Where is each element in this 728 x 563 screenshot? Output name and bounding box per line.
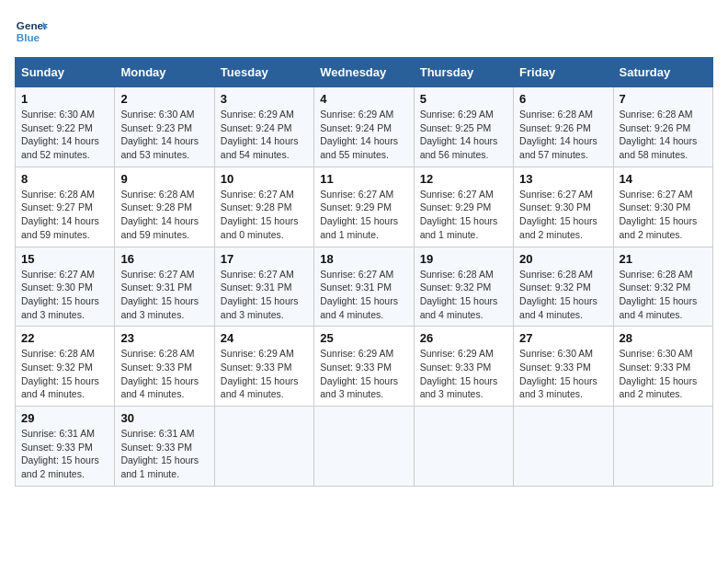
day-info: Sunrise: 6:28 AMSunset: 9:32 PMDaylight:… bbox=[519, 268, 607, 322]
table-row bbox=[414, 407, 513, 487]
day-number: 24 bbox=[221, 331, 308, 345]
table-row bbox=[514, 407, 613, 487]
day-number: 23 bbox=[120, 331, 208, 345]
table-row: 27Sunrise: 6:30 AMSunset: 9:33 PMDayligh… bbox=[514, 327, 613, 407]
day-number: 9 bbox=[120, 172, 208, 186]
table-row: 23Sunrise: 6:28 AMSunset: 9:33 PMDayligh… bbox=[115, 327, 214, 407]
day-info: Sunrise: 6:29 AMSunset: 9:33 PMDaylight:… bbox=[320, 347, 407, 401]
table-row: 13Sunrise: 6:27 AMSunset: 9:30 PMDayligh… bbox=[514, 167, 613, 247]
table-row: 16Sunrise: 6:27 AMSunset: 9:31 PMDayligh… bbox=[115, 247, 214, 327]
table-row: 3Sunrise: 6:29 AMSunset: 9:24 PMDaylight… bbox=[214, 87, 313, 167]
table-row: 4Sunrise: 6:29 AMSunset: 9:24 PMDaylight… bbox=[314, 87, 414, 167]
day-number: 15 bbox=[21, 252, 108, 266]
day-info: Sunrise: 6:28 AMSunset: 9:26 PMDaylight:… bbox=[620, 108, 707, 162]
table-row: 6Sunrise: 6:28 AMSunset: 9:26 PMDaylight… bbox=[514, 87, 613, 167]
calendar-table: SundayMondayTuesdayWednesdayThursdayFrid… bbox=[15, 57, 713, 487]
table-row bbox=[314, 407, 414, 487]
day-number: 21 bbox=[620, 252, 707, 266]
day-number: 17 bbox=[221, 252, 308, 266]
day-info: Sunrise: 6:29 AMSunset: 9:25 PMDaylight:… bbox=[420, 108, 507, 162]
table-row: 8Sunrise: 6:28 AMSunset: 9:27 PMDaylight… bbox=[16, 167, 115, 247]
day-info: Sunrise: 6:28 AMSunset: 9:32 PMDaylight:… bbox=[21, 347, 108, 401]
day-info: Sunrise: 6:27 AMSunset: 9:31 PMDaylight:… bbox=[120, 268, 208, 322]
table-row: 15Sunrise: 6:27 AMSunset: 9:30 PMDayligh… bbox=[16, 247, 115, 327]
day-info: Sunrise: 6:30 AMSunset: 9:33 PMDaylight:… bbox=[620, 347, 707, 401]
day-info: Sunrise: 6:27 AMSunset: 9:29 PMDaylight:… bbox=[320, 188, 407, 242]
day-number: 22 bbox=[21, 331, 108, 345]
day-number: 28 bbox=[620, 331, 707, 345]
day-info: Sunrise: 6:27 AMSunset: 9:30 PMDaylight:… bbox=[21, 268, 108, 322]
col-header-sunday: Sunday bbox=[16, 58, 115, 87]
table-row: 9Sunrise: 6:28 AMSunset: 9:28 PMDaylight… bbox=[115, 167, 214, 247]
header: General Blue bbox=[15, 15, 713, 48]
day-number: 14 bbox=[620, 172, 707, 186]
day-info: Sunrise: 6:28 AMSunset: 9:26 PMDaylight:… bbox=[519, 108, 607, 162]
day-number: 20 bbox=[519, 252, 607, 266]
table-row: 21Sunrise: 6:28 AMSunset: 9:32 PMDayligh… bbox=[613, 247, 712, 327]
table-row: 20Sunrise: 6:28 AMSunset: 9:32 PMDayligh… bbox=[514, 247, 613, 327]
col-header-wednesday: Wednesday bbox=[314, 58, 414, 87]
svg-text:Blue: Blue bbox=[17, 31, 40, 43]
day-number: 6 bbox=[519, 92, 607, 106]
col-header-monday: Monday bbox=[115, 58, 214, 87]
table-row: 29Sunrise: 6:31 AMSunset: 9:33 PMDayligh… bbox=[16, 407, 115, 487]
day-info: Sunrise: 6:28 AMSunset: 9:32 PMDaylight:… bbox=[620, 268, 707, 322]
day-info: Sunrise: 6:31 AMSunset: 9:33 PMDaylight:… bbox=[21, 427, 108, 481]
day-info: Sunrise: 6:27 AMSunset: 9:30 PMDaylight:… bbox=[519, 188, 607, 242]
table-row bbox=[613, 407, 712, 487]
col-header-friday: Friday bbox=[514, 58, 613, 87]
table-row: 14Sunrise: 6:27 AMSunset: 9:30 PMDayligh… bbox=[613, 167, 712, 247]
table-row: 1Sunrise: 6:30 AMSunset: 9:22 PMDaylight… bbox=[16, 87, 115, 167]
day-info: Sunrise: 6:28 AMSunset: 9:33 PMDaylight:… bbox=[120, 347, 208, 401]
col-header-saturday: Saturday bbox=[613, 58, 712, 87]
logo: General Blue bbox=[15, 15, 48, 48]
day-number: 16 bbox=[120, 252, 208, 266]
table-row: 17Sunrise: 6:27 AMSunset: 9:31 PMDayligh… bbox=[214, 247, 313, 327]
table-row: 24Sunrise: 6:29 AMSunset: 9:33 PMDayligh… bbox=[214, 327, 313, 407]
col-header-tuesday: Tuesday bbox=[214, 58, 313, 87]
day-number: 11 bbox=[320, 172, 407, 186]
table-row: 26Sunrise: 6:29 AMSunset: 9:33 PMDayligh… bbox=[414, 327, 513, 407]
day-info: Sunrise: 6:27 AMSunset: 9:31 PMDaylight:… bbox=[320, 268, 407, 322]
table-row bbox=[214, 407, 313, 487]
day-number: 19 bbox=[420, 252, 507, 266]
table-row: 7Sunrise: 6:28 AMSunset: 9:26 PMDaylight… bbox=[613, 87, 712, 167]
day-info: Sunrise: 6:30 AMSunset: 9:33 PMDaylight:… bbox=[519, 347, 607, 401]
day-info: Sunrise: 6:29 AMSunset: 9:24 PMDaylight:… bbox=[221, 108, 308, 162]
day-number: 7 bbox=[620, 92, 707, 106]
table-row: 19Sunrise: 6:28 AMSunset: 9:32 PMDayligh… bbox=[414, 247, 513, 327]
table-row: 11Sunrise: 6:27 AMSunset: 9:29 PMDayligh… bbox=[314, 167, 414, 247]
day-number: 2 bbox=[120, 92, 208, 106]
day-number: 5 bbox=[420, 92, 507, 106]
table-row: 25Sunrise: 6:29 AMSunset: 9:33 PMDayligh… bbox=[314, 327, 414, 407]
table-row: 28Sunrise: 6:30 AMSunset: 9:33 PMDayligh… bbox=[613, 327, 712, 407]
day-info: Sunrise: 6:29 AMSunset: 9:33 PMDaylight:… bbox=[221, 347, 308, 401]
day-info: Sunrise: 6:27 AMSunset: 9:28 PMDaylight:… bbox=[221, 188, 308, 242]
day-number: 10 bbox=[221, 172, 308, 186]
table-row: 12Sunrise: 6:27 AMSunset: 9:29 PMDayligh… bbox=[414, 167, 513, 247]
day-info: Sunrise: 6:30 AMSunset: 9:22 PMDaylight:… bbox=[21, 108, 108, 162]
day-number: 26 bbox=[420, 331, 507, 345]
day-number: 25 bbox=[320, 331, 407, 345]
day-number: 3 bbox=[221, 92, 308, 106]
table-row: 18Sunrise: 6:27 AMSunset: 9:31 PMDayligh… bbox=[314, 247, 414, 327]
table-row: 5Sunrise: 6:29 AMSunset: 9:25 PMDaylight… bbox=[414, 87, 513, 167]
col-header-thursday: Thursday bbox=[414, 58, 513, 87]
day-info: Sunrise: 6:29 AMSunset: 9:24 PMDaylight:… bbox=[320, 108, 407, 162]
day-info: Sunrise: 6:30 AMSunset: 9:23 PMDaylight:… bbox=[120, 108, 208, 162]
day-number: 27 bbox=[519, 331, 607, 345]
table-row: 10Sunrise: 6:27 AMSunset: 9:28 PMDayligh… bbox=[214, 167, 313, 247]
day-info: Sunrise: 6:28 AMSunset: 9:27 PMDaylight:… bbox=[21, 188, 108, 242]
day-number: 13 bbox=[519, 172, 607, 186]
logo-icon: General Blue bbox=[15, 15, 48, 48]
table-row: 30Sunrise: 6:31 AMSunset: 9:33 PMDayligh… bbox=[115, 407, 214, 487]
day-info: Sunrise: 6:28 AMSunset: 9:32 PMDaylight:… bbox=[420, 268, 507, 322]
day-info: Sunrise: 6:27 AMSunset: 9:29 PMDaylight:… bbox=[420, 188, 507, 242]
day-number: 18 bbox=[320, 252, 407, 266]
day-number: 8 bbox=[21, 172, 108, 186]
day-number: 30 bbox=[120, 411, 208, 425]
day-number: 4 bbox=[320, 92, 407, 106]
day-info: Sunrise: 6:28 AMSunset: 9:28 PMDaylight:… bbox=[120, 188, 208, 242]
day-number: 1 bbox=[21, 92, 108, 106]
day-info: Sunrise: 6:27 AMSunset: 9:31 PMDaylight:… bbox=[221, 268, 308, 322]
